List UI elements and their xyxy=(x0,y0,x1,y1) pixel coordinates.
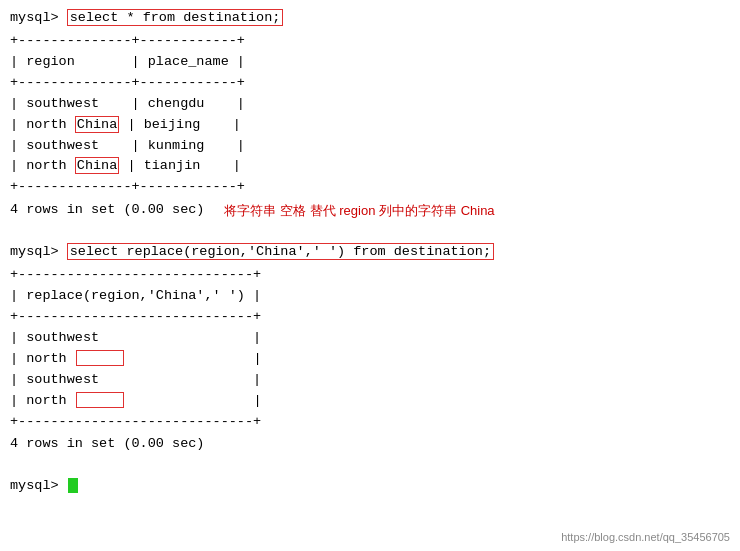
table-sep-bot-2: +-----------------------------+ xyxy=(10,412,730,433)
result-text-1: 4 rows in set (0.00 sec) xyxy=(10,200,204,221)
table-row-1-2: | north China | beijing | xyxy=(10,115,730,136)
china-highlight-1: China xyxy=(75,116,120,133)
sql-command-1: select * from destination; xyxy=(67,9,284,26)
table-1: +--------------+------------+ | region |… xyxy=(10,31,730,198)
table-header-2: | replace(region,'China',' ') | xyxy=(10,286,730,307)
table-row-1-3: | southwest | kunming | xyxy=(10,136,730,157)
result-row-1: 4 rows in set (0.00 sec) 将字符串 空格 替代 regi… xyxy=(10,200,730,221)
table-sep-header-2: +-----------------------------+ xyxy=(10,307,730,328)
terminal-cursor xyxy=(68,478,78,493)
table-sep-header-1: +--------------+------------+ xyxy=(10,73,730,94)
final-prompt-label: mysql> xyxy=(10,478,67,493)
china-highlight-2: China xyxy=(75,157,120,174)
annotation-text: 将字符串 空格 替代 region 列中的字符串 China xyxy=(224,201,494,221)
prompt-line-2: mysql> select replace(region,'China',' '… xyxy=(10,242,730,263)
terminal-window: mysql> select * from destination; +-----… xyxy=(10,8,730,497)
table-row-1-1: | southwest | chengdu | xyxy=(10,94,730,115)
result-row-2: 4 rows in set (0.00 sec) xyxy=(10,434,730,455)
result-text-2: 4 rows in set (0.00 sec) xyxy=(10,436,204,451)
table-sep-top-2: +-----------------------------+ xyxy=(10,265,730,286)
table-row-2-4: | north | xyxy=(10,391,730,412)
table-sep-bot-1: +--------------+------------+ xyxy=(10,177,730,198)
table-sep-top-1: +--------------+------------+ xyxy=(10,31,730,52)
final-prompt: mysql> xyxy=(10,476,730,497)
sql-command-2: select replace(region,'China',' ') from … xyxy=(67,243,494,260)
prompt-line-1: mysql> select * from destination; xyxy=(10,8,730,29)
table-row-1-4: | north China | tianjin | xyxy=(10,156,730,177)
table-2: +-----------------------------+ | replac… xyxy=(10,265,730,432)
empty-box-2 xyxy=(76,392,124,408)
watermark: https://blog.csdn.net/qq_35456705 xyxy=(561,531,730,543)
query-block-1: mysql> select * from destination; xyxy=(10,8,730,29)
table-row-2-3: | southwest | xyxy=(10,370,730,391)
table-row-2-1: | southwest | xyxy=(10,328,730,349)
empty-box-1 xyxy=(76,350,124,366)
query-block-2: mysql> select replace(region,'China',' '… xyxy=(10,242,730,263)
table-header-1: | region | place_name | xyxy=(10,52,730,73)
table-row-2-2: | north | xyxy=(10,349,730,370)
